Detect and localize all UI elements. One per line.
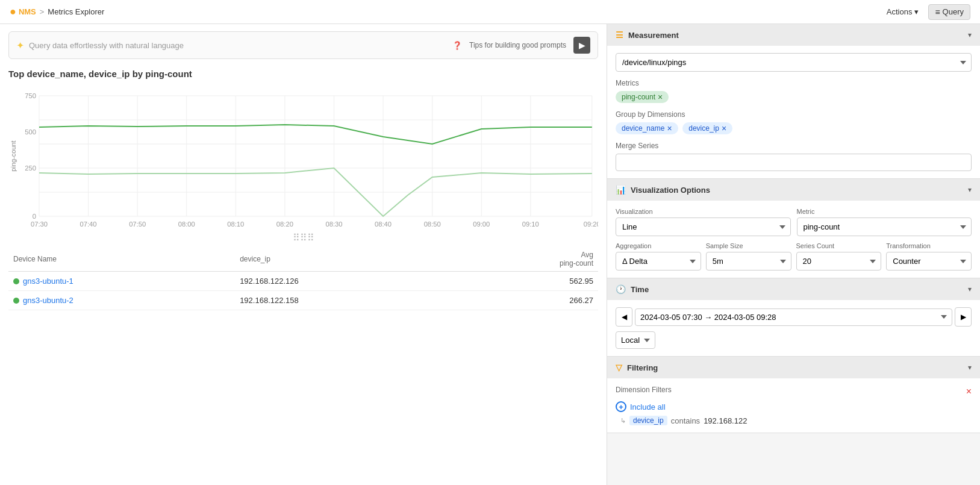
measurement-header-left: ☰ Measurement: [616, 30, 679, 40]
brand-icon: ●: [10, 5, 16, 18]
vis-metric-group: Metric ping-count: [797, 208, 972, 236]
vis-options-header[interactable]: 📊 Visualization Options ▾: [607, 179, 980, 201]
right-panel: ☰ Measurement ▾ /device/linux/pings Metr…: [607, 24, 980, 485]
svg-text:07:50: 07:50: [129, 221, 146, 228]
status-dot-1: [13, 278, 19, 284]
vis-series-count-select[interactable]: 20: [796, 252, 882, 271]
nl-search-bar[interactable]: ✦ Query data effortlessly with natural l…: [8, 31, 598, 59]
measurement-chevron-icon: ▾: [968, 31, 972, 39]
time-header-left: 🕐 Time: [616, 284, 649, 294]
vis-aggregation-select[interactable]: Δ Delta: [616, 252, 701, 271]
nl-placeholder: Query data effortlessly with natural lan…: [29, 41, 184, 50]
status-dot-2: [13, 298, 19, 304]
measurement-body: /device/linux/pings Metrics ping-count ×…: [607, 46, 980, 178]
svg-text:08:40: 08:40: [375, 221, 392, 228]
actions-label: Actions: [887, 7, 913, 16]
svg-text:09:00: 09:00: [473, 221, 490, 228]
vis-series-count-group: Series Count 20: [796, 242, 882, 271]
svg-text:07:40: 07:40: [80, 221, 97, 228]
time-header[interactable]: 🕐 Time ▾: [607, 278, 980, 300]
vis-visualization-group: Visualization Line: [616, 208, 791, 236]
query-icon: ≡: [935, 7, 940, 17]
svg-text:500: 500: [25, 128, 36, 136]
svg-text:08:30: 08:30: [325, 221, 342, 228]
vis-sample-select[interactable]: 5m: [706, 252, 791, 271]
device-name-tag-label: device_name: [622, 124, 664, 133]
device-value-1: 562.95: [457, 272, 598, 291]
merge-series-input[interactable]: [616, 154, 972, 171]
tips-icon: ❓: [452, 41, 462, 50]
metrics-group: Metrics ping-count ×: [616, 79, 972, 103]
device-name-tag: device_name ×: [616, 122, 678, 134]
left-panel: ✦ Query data effortlessly with natural l…: [0, 24, 607, 485]
device-ip-2: 192.168.122.158: [235, 291, 457, 310]
filtering-chevron-icon: ▾: [968, 363, 972, 372]
filtering-header[interactable]: ▽ Filtering ▾: [607, 357, 980, 378]
device-name-2: gns3-ubuntu-2: [23, 296, 73, 305]
dimension-filters-label: Dimension Filters: [616, 386, 672, 394]
device-name-1: gns3-ubuntu-1: [23, 277, 73, 286]
vis-sample-group: Sample Size 5m: [706, 242, 791, 271]
time-body: ◀ 2024-03-05 07:30 → 2024-03-05 09:28 ▶ …: [607, 300, 980, 356]
time-range-row: ◀ 2024-03-05 07:30 → 2024-03-05 09:28 ▶: [616, 307, 972, 327]
query-label: Query: [943, 7, 964, 16]
tips-label: Tips for building good prompts: [469, 41, 566, 49]
device-ip-tag: device_ip ×: [682, 122, 732, 134]
clock-icon: 🕐: [616, 284, 626, 294]
vis-top-row: Visualization Line Metric ping-count: [616, 208, 972, 236]
device-link-2[interactable]: gns3-ubuntu-2: [13, 296, 230, 305]
vis-transformation-group: Transformation Counter: [886, 242, 972, 271]
device-link-1[interactable]: gns3-ubuntu-1: [13, 277, 230, 286]
time-prev-button[interactable]: ◀: [616, 307, 632, 327]
device-ip-1: 192.168.122.126: [235, 272, 457, 291]
table-row: gns3-ubuntu-1 192.168.122.126 562.95: [8, 272, 598, 291]
svg-text:08:10: 08:10: [227, 221, 244, 228]
filter-icon: ▽: [616, 363, 622, 372]
dimension-filter-remove[interactable]: ×: [966, 386, 972, 397]
include-all-label: Include all: [630, 402, 666, 411]
actions-button[interactable]: Actions ▾: [882, 5, 924, 19]
ping-count-tag-remove[interactable]: ×: [658, 93, 663, 101]
include-all-row: + Include all: [616, 401, 972, 412]
chart-area: 750 500 250 0 ping-count 07:30 07:40 07:…: [0, 84, 607, 228]
measurement-header[interactable]: ☰ Measurement ▾: [607, 24, 980, 46]
device-value-2: 266.27: [457, 291, 598, 310]
measurement-select[interactable]: /device/linux/pings: [616, 53, 972, 72]
breadcrumb-sep: >: [40, 7, 45, 16]
vis-aggregation-label: Aggregation: [616, 242, 701, 249]
drag-handle[interactable]: ⠿⠿⠿: [0, 228, 607, 247]
svg-text:08:00: 08:00: [178, 221, 195, 228]
breadcrumb: ● NMS > Metrics Explorer: [10, 5, 104, 18]
vis-icon: 📊: [616, 185, 626, 195]
vis-chevron-icon: ▾: [968, 186, 972, 194]
group-by-label: Group by Dimensions: [616, 110, 972, 119]
svg-text:09:10: 09:10: [522, 221, 539, 228]
vis-visualization-select[interactable]: Line: [616, 217, 791, 236]
measurement-icon: ☰: [616, 30, 623, 40]
device-ip-tag-remove[interactable]: ×: [722, 124, 726, 133]
chart-svg: 750 500 250 0 ping-count 07:30 07:40 07:…: [8, 84, 598, 228]
vis-series-count-label: Series Count: [796, 242, 882, 249]
time-next-button[interactable]: ▶: [955, 307, 972, 327]
filter-sub-row: ↳ device_ip contains 192.168.122: [616, 416, 972, 425]
nl-send-button[interactable]: ▶: [573, 37, 590, 54]
vis-metric-select[interactable]: ping-count: [797, 217, 972, 236]
vis-metric-label: Metric: [797, 208, 972, 215]
filtering-body: Dimension Filters × + Include all ↳ devi…: [607, 378, 980, 433]
brand: ● NMS: [10, 5, 36, 18]
time-range-select[interactable]: 2024-03-05 07:30 → 2024-03-05 09:28: [635, 308, 952, 326]
dimension-filters-row: Dimension Filters ×: [616, 386, 972, 398]
chart-container: 750 500 250 0 ping-count 07:30 07:40 07:…: [8, 84, 598, 228]
col-header-device-name: Device Name: [8, 247, 235, 272]
device-name-tag-remove[interactable]: ×: [667, 124, 672, 133]
time-section: 🕐 Time ▾ ◀ 2024-03-05 07:30 → 2024-03-05…: [607, 278, 980, 357]
device-name-cell: gns3-ubuntu-2: [8, 291, 235, 310]
vis-transformation-select[interactable]: Counter: [886, 252, 972, 271]
filtering-title: Filtering: [627, 363, 658, 372]
data-table: Device Name device_ip Avgping-count gns3…: [8, 247, 598, 310]
timezone-select[interactable]: Local: [616, 331, 655, 349]
merge-series-label: Merge Series: [616, 142, 972, 150]
time-chevron-icon: ▾: [968, 285, 972, 293]
query-button[interactable]: ≡ Query: [928, 4, 970, 20]
filter-op: contains: [671, 416, 700, 425]
